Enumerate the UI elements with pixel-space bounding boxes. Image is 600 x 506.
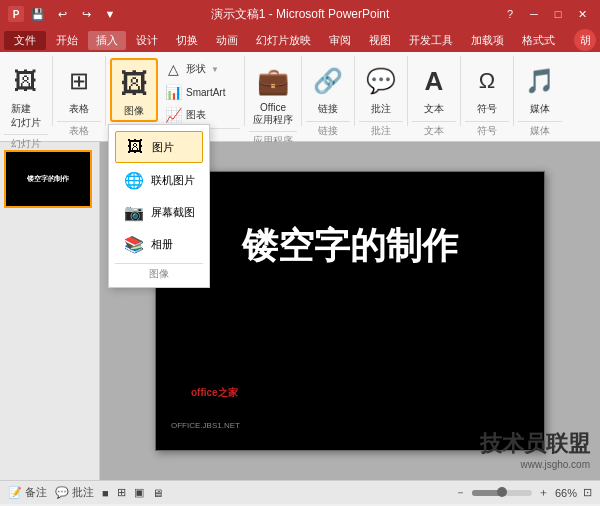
office-apps-icon: 💼	[255, 60, 291, 102]
chart-btn[interactable]: 📈 图表	[160, 104, 240, 126]
notes-icon: 📝	[8, 486, 22, 499]
menu-view[interactable]: 视图	[361, 31, 399, 50]
slide-thumbnail-panel: 1 镂空字的制作	[0, 142, 100, 480]
menu-format[interactable]: 格式式	[514, 31, 563, 50]
customize-btn[interactable]: ▼	[100, 5, 120, 23]
dropdown-item-picture[interactable]: 🖼 图片	[115, 131, 203, 163]
help-btn[interactable]: ?	[500, 5, 520, 23]
sep2	[105, 56, 106, 126]
status-notes: 📝 备注	[8, 485, 47, 500]
comments-label[interactable]: 批注	[72, 485, 94, 500]
fit-btn[interactable]: ⊡	[583, 486, 592, 499]
new-slide-label: 新建幻灯片	[11, 102, 41, 130]
slide-main-text: 镂空字的制作	[242, 222, 458, 271]
menu-review[interactable]: 审阅	[321, 31, 359, 50]
new-slide-icon: 🖼	[8, 60, 44, 102]
slide-watermark: office之家	[191, 386, 238, 400]
table-btn[interactable]: ⊞ 表格	[57, 58, 101, 118]
menu-transition[interactable]: 切换	[168, 31, 206, 50]
comment-group: 💬 批注 批注	[359, 56, 403, 138]
shapes-btn[interactable]: △ 形状 ▼	[160, 58, 240, 80]
slide-canvas[interactable]: 镂空字的制作 office之家 OFFICE.JBS1.NET	[155, 171, 545, 451]
maximize-btn[interactable]: □	[548, 5, 568, 23]
menu-bar: 文件 开始 插入 设计 切换 动画 幻灯片放映 审阅 视图 开发工具 加载项 格…	[0, 28, 600, 52]
slide-thumb-content: 镂空字的制作	[6, 152, 90, 206]
dropdown-item-album[interactable]: 📚 相册	[115, 229, 203, 259]
link-group: 🔗 链接 链接	[306, 56, 350, 138]
table-group: ⊞ 表格 表格	[57, 56, 101, 138]
comment-group-label: 批注	[359, 121, 403, 138]
image-btn[interactable]: 🖼 图像	[110, 58, 158, 122]
text-group-label: 文本	[412, 121, 456, 138]
title-bar-left: P 💾 ↩ ↪ ▼	[8, 5, 120, 23]
dropdown-item-screenshot[interactable]: 📷 屏幕截图	[115, 197, 203, 227]
table-label: 表格	[69, 102, 89, 116]
symbol-group: Ω 符号 符号	[465, 56, 509, 138]
user-avatar[interactable]: 胡	[574, 29, 596, 51]
office-apps-btn[interactable]: 💼 Office应用程序	[249, 58, 297, 129]
image-dropdown: 🖼 图片 🌐 联机图片 📷 屏幕截图 📚 相册 图像	[108, 124, 210, 288]
status-right: － ＋ 66% ⊡	[455, 485, 592, 500]
slide-thumbnail-1[interactable]: 镂空字的制作	[4, 150, 92, 208]
media-group-label: 媒体	[518, 121, 562, 138]
minimize-btn[interactable]: ─	[524, 5, 544, 23]
zoom-bar[interactable]	[472, 490, 532, 496]
zoom-percent: 66%	[555, 487, 577, 499]
slide-thumb-text: 镂空字的制作	[27, 174, 69, 184]
link-btn[interactable]: 🔗 链接	[306, 58, 350, 118]
undo-btn[interactable]: ↩	[52, 5, 72, 23]
link-group-label: 链接	[306, 121, 350, 138]
zoom-minus-btn[interactable]: －	[455, 485, 466, 500]
image-label: 图像	[124, 104, 144, 118]
status-view-grid[interactable]: ⊞	[117, 486, 126, 499]
menu-insert[interactable]: 插入	[88, 31, 126, 50]
zoom-thumb[interactable]	[497, 487, 507, 497]
menu-design[interactable]: 设计	[128, 31, 166, 50]
symbol-icon: Ω	[469, 60, 505, 102]
slide-thumb-wrapper: 1 镂空字的制作	[4, 150, 95, 208]
symbol-group-label: 符号	[465, 121, 509, 138]
image-icon: 🖼	[116, 62, 152, 104]
comments-icon: 💬	[55, 486, 69, 499]
media-btn[interactable]: 🎵 媒体	[518, 58, 562, 118]
menu-animation[interactable]: 动画	[208, 31, 246, 50]
text-btn[interactable]: A 文本	[412, 58, 456, 118]
dropdown-item-online-picture[interactable]: 🌐 联机图片	[115, 165, 203, 195]
symbol-btn[interactable]: Ω 符号	[465, 58, 509, 118]
slide-area: 1 镂空字的制作 镂空字的制作 office之家 OFFICE.JBS1.NET…	[0, 142, 600, 480]
close-btn[interactable]: ✕	[572, 5, 592, 23]
sep3	[244, 56, 245, 126]
album-icon: 📚	[123, 233, 145, 255]
status-view-normal[interactable]: ■	[102, 487, 109, 499]
file-tab[interactable]: 文件	[4, 31, 46, 50]
status-view-reading[interactable]: ▣	[134, 486, 144, 499]
menu-devtools[interactable]: 开发工具	[401, 31, 461, 50]
smartart-icon: 📊	[164, 83, 182, 101]
table-icon: ⊞	[61, 60, 97, 102]
media-icon: 🎵	[522, 60, 558, 102]
smartart-btn[interactable]: 📊 SmartArt	[160, 81, 240, 103]
text-label: 文本	[424, 102, 444, 116]
slide-watermark-sub: OFFICE.JBS1.NET	[171, 421, 240, 430]
menu-addons[interactable]: 加载项	[463, 31, 512, 50]
title-bar: P 💾 ↩ ↪ ▼ 演示文稿1 - Microsoft PowerPoint ?…	[0, 0, 600, 28]
chart-label: 图表	[186, 108, 206, 122]
comment-btn[interactable]: 💬 批注	[359, 58, 403, 118]
ribbon: 🖼 新建幻灯片 幻灯片 ⊞ 表格 表格 🖼	[0, 52, 600, 142]
app-icon: P	[8, 6, 24, 22]
screenshot-icon: 📷	[123, 201, 145, 223]
table-group-label: 表格	[57, 121, 101, 138]
notes-label[interactable]: 备注	[25, 485, 47, 500]
comment-icon: 💬	[363, 60, 399, 102]
shapes-label: 形状	[186, 62, 206, 76]
symbol-label: 符号	[477, 102, 497, 116]
picture-icon: 🖼	[124, 136, 146, 158]
redo-btn[interactable]: ↪	[76, 5, 96, 23]
status-view-present[interactable]: 🖥	[152, 487, 163, 499]
new-slide-btn[interactable]: 🖼 新建幻灯片	[4, 58, 48, 132]
zoom-plus-btn[interactable]: ＋	[538, 485, 549, 500]
quick-save-btn[interactable]: 💾	[28, 5, 48, 23]
menu-slideshow[interactable]: 幻灯片放映	[248, 31, 319, 50]
text-group: A 文本 文本	[412, 56, 456, 138]
menu-start[interactable]: 开始	[48, 31, 86, 50]
